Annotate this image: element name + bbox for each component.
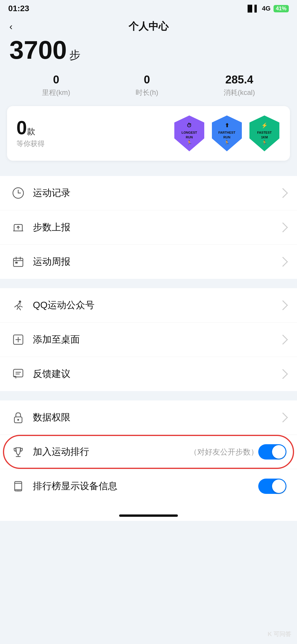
stat-distance-value: 0 xyxy=(53,73,59,86)
achievement-count-row: 0款 xyxy=(16,118,52,137)
menu-label-join-ranking: 加入运动排行 xyxy=(33,445,187,458)
feedback-icon xyxy=(11,366,26,382)
menu-item-step-upload[interactable]: 步数上报 xyxy=(0,210,297,245)
menu-item-exercise-record[interactable]: 运动记录 xyxy=(0,176,297,210)
svg-text:⏱: ⏱ xyxy=(187,123,192,128)
svg-text:LONGEST: LONGEST xyxy=(181,131,197,134)
achievement-number: 0 xyxy=(16,117,27,138)
calendar-icon xyxy=(11,254,26,269)
battery-badge: 41% xyxy=(274,5,289,12)
menu-label-add-desktop: 添加至桌面 xyxy=(33,333,279,346)
clock-icon xyxy=(11,185,26,201)
signal-icon: ▐▌▌ xyxy=(245,5,259,12)
chevron-right-icon xyxy=(278,188,288,198)
svg-text:🏃: 🏃 xyxy=(186,140,192,145)
stat-distance-label: 里程(km) xyxy=(42,88,70,97)
menu-label-weekly-report: 运动周报 xyxy=(33,255,279,268)
menu-item-add-desktop[interactable]: 添加至桌面 xyxy=(0,323,297,357)
toggle-knob xyxy=(272,479,286,493)
svg-text:RUN: RUN xyxy=(186,135,193,139)
stat-duration: 0 时长(h) xyxy=(136,73,158,97)
lock-icon xyxy=(11,410,26,425)
chevron-right-icon xyxy=(278,369,288,379)
badge-longest-run-svg: ⏱ LONGEST RUN 🏃 xyxy=(173,114,205,152)
svg-rect-19 xyxy=(15,262,18,264)
show-device-toggle[interactable] xyxy=(258,479,286,494)
chevron-right-icon xyxy=(278,300,288,310)
section-gap-2 xyxy=(0,279,297,284)
svg-rect-24 xyxy=(14,369,23,377)
steps-unit: 步 xyxy=(69,49,80,61)
achievement-count-block: 0款 等你获得 xyxy=(16,118,52,148)
stat-calories: 285.4 消耗(kcal) xyxy=(224,73,255,97)
stats-row: 0 里程(km) 0 时长(h) 285.4 消耗(kcal) xyxy=(0,68,297,100)
stat-calories-value: 285.4 xyxy=(225,73,253,86)
status-bar: 01:23 ▐▌▌ 4G 41% xyxy=(0,0,297,16)
toggle-knob xyxy=(272,445,286,459)
join-ranking-toggle[interactable] xyxy=(258,444,286,459)
home-indicator-area xyxy=(0,503,297,521)
achievement-desc: 等你获得 xyxy=(16,139,52,148)
svg-text:FARTHEST: FARTHEST xyxy=(218,131,235,134)
menu-label-step-upload: 步数上报 xyxy=(33,221,279,234)
svg-text:🏃: 🏃 xyxy=(224,140,230,145)
stat-duration-value: 0 xyxy=(144,73,150,86)
badge-farthest-run-svg: ⬆ FARTHEST RUN 🏃 xyxy=(211,114,243,152)
svg-text:🏃: 🏃 xyxy=(261,140,267,145)
upload-icon xyxy=(11,220,26,235)
section-gap-1 xyxy=(0,167,297,171)
svg-point-28 xyxy=(17,419,19,421)
menu-label-data-permission: 数据权限 xyxy=(33,411,279,424)
menu-item-show-device[interactable]: 排行榜显示设备信息 xyxy=(0,469,297,503)
chevron-right-icon xyxy=(278,335,288,345)
chevron-right-icon xyxy=(278,257,288,267)
stat-calories-label: 消耗(kcal) xyxy=(224,88,255,97)
steps-section: 3700步 xyxy=(0,37,297,68)
section-gap-3 xyxy=(0,391,297,396)
steps-number: 3700 xyxy=(9,37,67,63)
device-icon xyxy=(11,479,26,494)
add-box-icon xyxy=(11,332,26,347)
menu-item-weekly-report[interactable]: 运动周报 xyxy=(0,245,297,279)
back-button[interactable]: ‹ xyxy=(9,21,13,32)
svg-text:⚡: ⚡ xyxy=(261,122,268,129)
svg-text:RUN: RUN xyxy=(223,135,230,139)
watermark: K 可问答 xyxy=(268,630,291,638)
trophy-icon xyxy=(11,444,26,459)
header-nav: ‹ 个人中心 xyxy=(0,16,297,37)
badge-longest-run: ⏱ LONGEST RUN 🏃 xyxy=(173,114,205,152)
badges-row: ⏱ LONGEST RUN 🏃 ⬆ FARTHEST RUN 🏃 ⚡ FASTE… xyxy=(59,114,281,152)
menu-section-2: QQ运动公众号 添加至桌面 反馈建议 xyxy=(0,288,297,391)
menu-item-join-ranking[interactable]: 加入运动排行 （对好友公开步数） xyxy=(0,435,297,469)
menu-label-feedback: 反馈建议 xyxy=(33,368,279,380)
home-indicator xyxy=(119,514,178,517)
menu-section-1: 运动记录 步数上报 运动周报 xyxy=(0,176,297,279)
chevron-right-icon xyxy=(278,222,288,232)
svg-text:FASTEST: FASTEST xyxy=(257,131,272,134)
badge-fastest-1km-svg: ⚡ FASTEST 1KM 🏃 xyxy=(248,114,281,152)
stat-duration-label: 时长(h) xyxy=(136,88,158,97)
run-icon xyxy=(11,298,26,313)
badge-farthest-run: ⬆ FARTHEST RUN 🏃 xyxy=(211,114,243,152)
network-label: 4G xyxy=(262,5,271,12)
menu-label-qq-sport: QQ运动公众号 xyxy=(33,299,279,312)
badge-fastest-1km: ⚡ FASTEST 1KM 🏃 xyxy=(248,114,281,152)
svg-point-20 xyxy=(19,301,21,303)
status-time: 01:23 xyxy=(8,4,29,13)
page-title: 个人中心 xyxy=(129,20,168,33)
menu-label-show-device: 排行榜显示设备信息 xyxy=(33,480,258,493)
svg-rect-15 xyxy=(14,258,23,266)
status-right: ▐▌▌ 4G 41% xyxy=(245,5,289,12)
stat-distance: 0 里程(km) xyxy=(42,73,70,97)
menu-section-3: 数据权限 加入运动排行 （对好友公开步数） xyxy=(0,400,297,503)
menu-item-qq-sport[interactable]: QQ运动公众号 xyxy=(0,288,297,323)
menu-item-data-permission[interactable]: 数据权限 xyxy=(0,400,297,435)
achievement-unit: 款 xyxy=(27,127,35,136)
achievements-card: 0款 等你获得 ⏱ LONGEST RUN 🏃 ⬆ FARTHEST RUN 🏃 xyxy=(7,106,290,161)
menu-sublabel-join-ranking: （对好友公开步数） xyxy=(190,447,258,457)
chevron-right-icon xyxy=(278,412,288,422)
svg-text:1KM: 1KM xyxy=(261,135,268,139)
menu-label-exercise-record: 运动记录 xyxy=(33,187,279,199)
svg-text:⬆: ⬆ xyxy=(225,123,229,128)
menu-item-feedback[interactable]: 反馈建议 xyxy=(0,357,297,391)
